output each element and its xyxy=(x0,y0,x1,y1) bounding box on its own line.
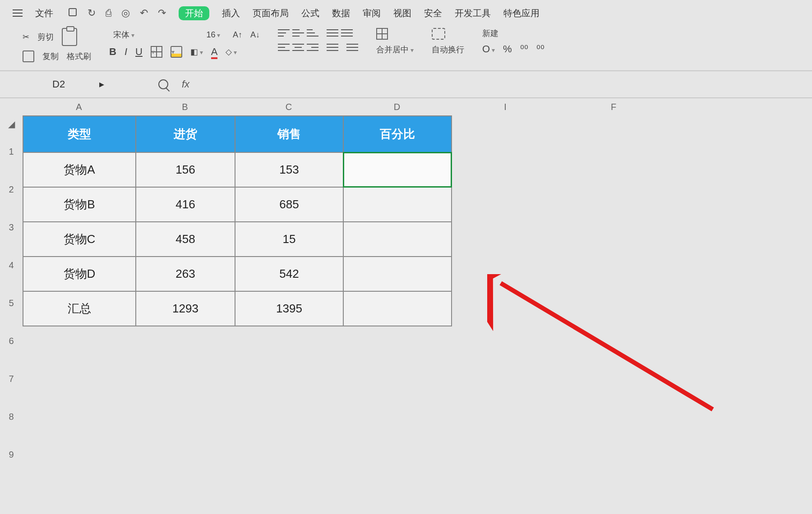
italic-button[interactable]: I xyxy=(125,46,127,58)
cell-D4[interactable] xyxy=(343,222,452,257)
align-top-icon[interactable] xyxy=(278,28,290,38)
row-header-1[interactable]: 1 xyxy=(0,133,23,170)
cell-B6[interactable]: 1293 xyxy=(136,291,235,326)
tab-dev-tools[interactable]: 开发工具 xyxy=(455,7,491,19)
tab-insert[interactable]: 插入 xyxy=(222,7,240,19)
cell-C4[interactable]: 15 xyxy=(235,222,343,257)
align-bottom-icon[interactable] xyxy=(307,28,318,38)
cell-D2-selected[interactable] xyxy=(343,152,452,187)
tab-page-layout[interactable]: 页面布局 xyxy=(253,7,289,19)
decrease-font-icon[interactable]: A↓ xyxy=(250,30,260,40)
cell-B4[interactable]: 458 xyxy=(136,222,235,257)
col-header-F[interactable]: F xyxy=(559,98,668,115)
col-header-A[interactable]: A xyxy=(23,98,135,115)
cell-C3[interactable]: 685 xyxy=(235,187,343,222)
menu-file[interactable]: 文件 xyxy=(35,7,53,19)
row-header-2[interactable]: 2 xyxy=(0,170,23,208)
distribute-icon[interactable] xyxy=(346,42,358,52)
row-header-5[interactable]: 5 xyxy=(0,284,23,322)
font-name-select[interactable]: 宋体 xyxy=(109,28,159,41)
tab-view[interactable]: 视图 xyxy=(393,7,411,19)
col-header-C[interactable]: C xyxy=(235,98,343,115)
header-in[interactable]: 进货 xyxy=(136,116,235,152)
ribbon: ✂ 剪切 复制 格式刷 宋体 16 A↑ A↓ B I U ◧ A ◇ xyxy=(0,24,812,71)
cell-A2[interactable]: 货物A xyxy=(23,152,136,187)
preview-icon[interactable]: ◎ xyxy=(121,7,130,19)
merge-icon[interactable] xyxy=(376,28,388,40)
col-header-B[interactable]: B xyxy=(135,98,235,115)
fill-color-button[interactable] xyxy=(171,46,182,58)
clear-button[interactable]: ◇ xyxy=(226,47,237,57)
cell-C5[interactable]: 542 xyxy=(235,257,343,291)
row-header-7[interactable]: 7 xyxy=(0,360,23,398)
tab-features[interactable]: 特色应用 xyxy=(503,7,540,19)
cell-B5[interactable]: 263 xyxy=(136,257,235,291)
table-row-total: 汇总 1293 1395 xyxy=(23,291,452,326)
save-icon[interactable] xyxy=(68,7,78,17)
header-type[interactable]: 类型 xyxy=(23,116,136,152)
currency-button[interactable]: O xyxy=(482,43,495,55)
align-center-icon[interactable] xyxy=(292,42,304,52)
wrap-icon[interactable] xyxy=(432,28,445,40)
cell-style-button[interactable]: ◧ xyxy=(190,47,203,57)
align-right-icon[interactable] xyxy=(307,42,318,52)
col-header-I[interactable]: I xyxy=(451,98,559,115)
cell-A3[interactable]: 货物B xyxy=(23,187,136,222)
font-color-button[interactable]: A xyxy=(211,46,218,58)
row-header-9[interactable]: 9 xyxy=(0,436,23,473)
undo-icon[interactable]: ↶ xyxy=(140,7,148,19)
underline-button[interactable]: U xyxy=(135,46,143,58)
tab-formulas[interactable]: 公式 xyxy=(301,7,319,19)
tab-home[interactable]: 开始 xyxy=(179,6,209,20)
col-header-D[interactable]: D xyxy=(343,98,451,115)
format-painter-label[interactable]: 格式刷 xyxy=(67,51,91,62)
cut-icon[interactable]: ✂ xyxy=(23,32,29,42)
cell-C6[interactable]: 1395 xyxy=(235,291,343,326)
row-header-6[interactable]: 6 xyxy=(0,322,23,360)
header-out[interactable]: 销售 xyxy=(235,116,343,152)
row-header-8[interactable]: 8 xyxy=(0,398,23,436)
tab-review[interactable]: 审阅 xyxy=(363,7,381,19)
name-box-dropdown-icon[interactable]: ▸ xyxy=(99,78,104,90)
menu-hamburger-icon[interactable] xyxy=(13,9,23,17)
header-pct[interactable]: 百分比 xyxy=(343,116,452,152)
bold-button[interactable]: B xyxy=(109,46,116,58)
cell-C2[interactable]: 153 xyxy=(235,152,343,187)
borders-button[interactable] xyxy=(151,46,162,58)
row-header-4[interactable]: 4 xyxy=(0,246,23,284)
fx-label[interactable]: fx xyxy=(182,78,189,90)
font-size-select[interactable]: 16 xyxy=(202,29,225,41)
cell-D3[interactable] xyxy=(343,187,452,222)
copy-icon[interactable] xyxy=(23,50,34,62)
find-icon[interactable] xyxy=(158,79,168,89)
increase-decimal-button[interactable]: ⁰⁰ xyxy=(520,43,528,55)
paste-icon[interactable] xyxy=(62,28,77,46)
select-all-corner[interactable]: ◢ xyxy=(0,115,23,133)
print-icon[interactable]: ⎙ xyxy=(106,7,111,19)
wrap-text-button[interactable]: 自动换行 xyxy=(432,44,464,55)
tab-data[interactable]: 数据 xyxy=(332,7,350,19)
cell-B3[interactable]: 416 xyxy=(136,187,235,222)
sync-icon[interactable]: ↻ xyxy=(88,7,96,19)
percent-button[interactable]: % xyxy=(503,43,512,55)
row-header-3[interactable]: 3 xyxy=(0,208,23,246)
indent-decrease-icon[interactable] xyxy=(327,28,338,38)
redo-icon[interactable]: ↷ xyxy=(158,7,166,19)
increase-font-icon[interactable]: A↑ xyxy=(233,30,242,40)
align-left-icon[interactable] xyxy=(278,42,290,52)
merge-center-button[interactable]: 合并居中 xyxy=(376,44,414,55)
name-box[interactable]: D2 xyxy=(50,78,86,91)
cell-D5[interactable] xyxy=(343,257,452,291)
cell-A4[interactable]: 货物C xyxy=(23,222,136,257)
cell-A6[interactable]: 汇总 xyxy=(23,291,136,326)
justify-icon[interactable] xyxy=(327,42,338,52)
decrease-decimal-button[interactable]: ⁰⁰ xyxy=(536,43,544,55)
number-format-label[interactable]: 新建 xyxy=(482,28,498,39)
indent-increase-icon[interactable] xyxy=(341,28,353,38)
cell-B2[interactable]: 156 xyxy=(136,152,235,187)
cell-A5[interactable]: 货物D xyxy=(23,257,136,291)
align-middle-icon[interactable] xyxy=(292,28,304,38)
cell-D6[interactable] xyxy=(343,291,452,326)
ribbon-align xyxy=(278,28,358,52)
tab-security[interactable]: 安全 xyxy=(424,7,442,19)
